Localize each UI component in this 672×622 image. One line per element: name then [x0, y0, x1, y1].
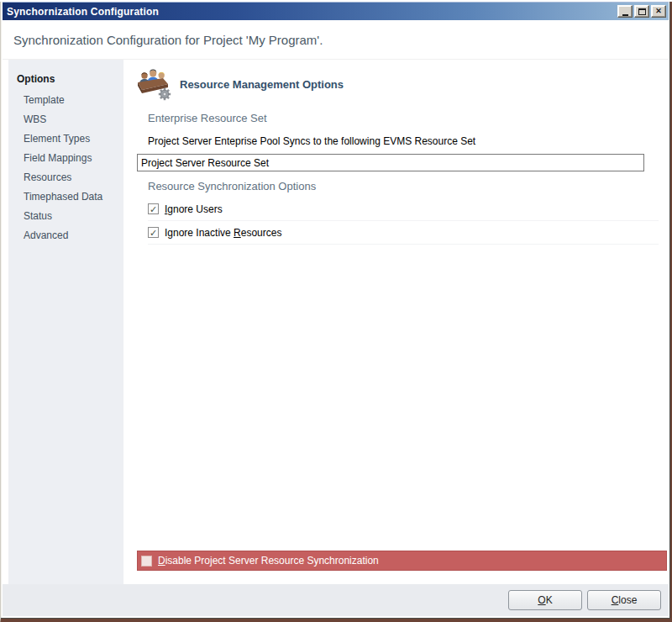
dialog-body: Options Template WBS Element Types Field… — [3, 59, 669, 584]
sidebar-item-resources[interactable]: Resources — [8, 168, 123, 187]
heading-row: Resource Management Options — [137, 67, 669, 101]
ignore-users-label: Ignore Users — [165, 203, 223, 215]
maximize-button[interactable] — [634, 5, 649, 18]
maximize-icon — [638, 8, 646, 15]
resource-set-label: Project Server Enteprise Pool Syncs to t… — [148, 135, 669, 147]
ignore-users-row[interactable]: ✓ Ignore Users — [148, 198, 659, 221]
ok-button[interactable]: OK — [508, 590, 582, 610]
sync-options-list: ✓ Ignore Users ✓ Ignore Inactive Resourc… — [137, 198, 669, 245]
title-bar[interactable]: Synchornization Configuration ✕ — [3, 2, 669, 20]
sidebar-item-wbs[interactable]: WBS — [8, 110, 123, 129]
dialog-footer: OK Close — [3, 584, 669, 616]
ignore-users-checkbox[interactable]: ✓ — [148, 203, 159, 214]
sidebar-item-status[interactable]: Status — [8, 207, 123, 226]
section-heading-resource-management: Resource Management Options — [180, 78, 344, 91]
minimize-icon — [622, 14, 628, 16]
options-sidebar: Options Template WBS Element Types Field… — [8, 60, 123, 584]
disable-sync-label: Disable Project Server Resource Synchron… — [158, 555, 379, 567]
ignore-inactive-resources-row[interactable]: ✓ Ignore Inactive Resources — [148, 221, 659, 245]
close-window-button[interactable]: ✕ — [651, 5, 666, 18]
sidebar-item-advanced[interactable]: Advanced — [8, 226, 123, 245]
sidebar-heading: Options — [8, 71, 123, 91]
dialog-header: Synchronization Configuration for Projec… — [3, 20, 669, 59]
page-title: Synchronization Configuration for Projec… — [13, 33, 323, 47]
ignore-inactive-resources-checkbox[interactable]: ✓ — [148, 227, 159, 238]
disable-sync-banner[interactable]: Disable Project Server Resource Synchron… — [137, 551, 667, 571]
minimize-button[interactable] — [617, 5, 633, 18]
enterprise-resource-set-title: Enterprise Resource Set — [148, 112, 669, 124]
sync-options-title: Resource Synchronization Options — [148, 180, 669, 192]
sidebar-item-template[interactable]: Template — [8, 91, 123, 110]
sidebar-item-element-types[interactable]: Element Types — [8, 129, 123, 149]
close-icon: ✕ — [655, 8, 662, 15]
window-title: Synchornization Configuration — [7, 6, 159, 18]
window-controls: ✕ — [617, 5, 669, 18]
dialog-window: Synchornization Configuration ✕ Synchron… — [0, 2, 672, 622]
disable-sync-checkbox[interactable] — [141, 556, 152, 567]
sidebar-item-timephased-data[interactable]: Timephased Data — [8, 187, 123, 207]
resource-set-input[interactable] — [137, 154, 644, 171]
ignore-inactive-resources-label: Ignore Inactive Resources — [165, 227, 281, 239]
people-with-gear-icon — [137, 67, 172, 101]
close-button[interactable]: Close — [587, 590, 661, 610]
sidebar-item-field-mappings[interactable]: Field Mappings — [8, 149, 123, 168]
main-content: Resource Management Options Enterprise R… — [123, 60, 669, 584]
